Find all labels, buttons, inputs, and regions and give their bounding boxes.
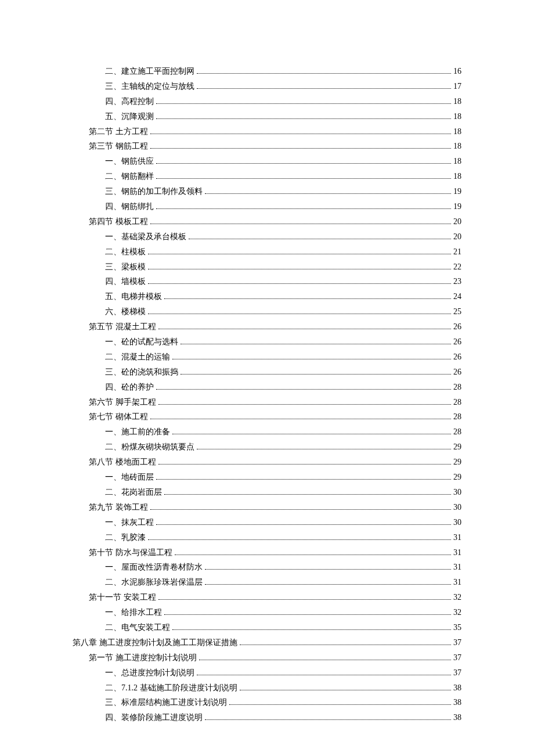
toc-entry: 一、钢筋供应18: [73, 154, 461, 169]
toc-leader-dots: [148, 263, 451, 269]
toc-entry: 三、梁板模22: [73, 260, 461, 275]
toc-label: 三、标准层结构施工进度计划说明: [105, 695, 227, 710]
toc-page-number: 30: [453, 500, 461, 515]
toc-page-number: 22: [453, 260, 461, 275]
toc-entry: 三、砼的浇筑和振捣26: [73, 365, 461, 380]
toc-label: 二、7.1.2 基础施工阶段进度计划说明: [105, 681, 237, 696]
toc-page-number: 31: [453, 545, 461, 560]
toc-entry: 二、花岗岩面层30: [73, 485, 461, 500]
toc-page-number: 35: [453, 620, 461, 635]
toc-leader-dots: [158, 398, 452, 405]
toc-label: 五、电梯井模板: [105, 289, 162, 304]
toc-entry: 二、电气安装工程35: [73, 620, 461, 635]
document-page: 二、建立施工平面控制网16三、主轴线的定位与放线17四、高程控制18五、沉降观测…: [0, 0, 534, 756]
toc-page-number: 31: [453, 560, 461, 575]
toc-page-number: 37: [453, 650, 461, 665]
toc-leader-dots: [181, 368, 451, 375]
toc-page-number: 28: [453, 424, 461, 440]
toc-label: 第八章 施工进度控制计划及施工工期保证措施: [73, 635, 237, 650]
toc-label: 一、施工前的准备: [105, 424, 170, 440]
toc-leader-dots: [156, 98, 451, 104]
toc-entry: 三、标准层结构施工进度计划说明38: [73, 695, 461, 710]
toc-label: 一、砼的试配与选料: [105, 334, 178, 350]
toc-leader-dots: [148, 248, 451, 254]
toc-entry: 第四节 模板工程20: [73, 214, 461, 229]
toc-label: 第十节 防水与保温工程: [89, 545, 172, 560]
toc-entry: 二、粉煤灰砌块砌筑要点29: [73, 440, 461, 455]
toc-page-number: 28: [453, 380, 461, 395]
toc-label: 第六节 脚手架工程: [89, 395, 156, 410]
toc-leader-dots: [240, 639, 452, 645]
toc-page-number: 19: [453, 184, 461, 199]
toc-leader-dots: [197, 669, 451, 675]
toc-page-number: 17: [453, 79, 461, 94]
toc-label: 四、高程控制: [105, 94, 154, 109]
toc-page-number: 26: [453, 350, 461, 365]
toc-entry: 第十节 防水与保温工程31: [73, 545, 461, 560]
toc-label: 四、砼的养护: [105, 380, 154, 395]
toc-leader-dots: [148, 534, 451, 540]
toc-label: 第九节 装饰工程: [89, 500, 148, 515]
toc-entry: 二、7.1.2 基础施工阶段进度计划说明38: [73, 681, 461, 696]
toc-label: 二、粉煤灰砌块砌筑要点: [105, 440, 194, 455]
toc-leader-dots: [150, 503, 452, 510]
toc-page-number: 20: [453, 229, 461, 244]
toc-entry: 第八章 施工进度控制计划及施工工期保证措施37: [73, 635, 461, 650]
toc-label: 第四节 模板工程: [89, 214, 148, 229]
toc-page-number: 18: [453, 124, 461, 139]
toc-label: 四、装修阶段施工进度说明: [105, 710, 203, 725]
toc-label: 四、钢筋绑扎: [105, 199, 154, 214]
toc-page-number: 37: [453, 665, 461, 681]
toc-label: 一、给排水工程: [105, 605, 162, 620]
toc-page-number: 26: [453, 334, 461, 350]
toc-leader-dots: [156, 203, 451, 209]
toc-leader-dots: [156, 519, 451, 525]
toc-label: 一、地砖面层: [105, 470, 154, 485]
toc-leader-dots: [205, 578, 451, 585]
toc-label: 二、混凝土的运输: [105, 350, 170, 365]
toc-label: 二、建立施工平面控制网: [105, 64, 194, 79]
toc-entry: 四、墙模板23: [73, 274, 461, 289]
toc-page-number: 20: [453, 214, 461, 229]
toc-page-number: 18: [453, 109, 461, 124]
toc-leader-dots: [205, 564, 451, 570]
toc-page-number: 18: [453, 139, 461, 154]
toc-entry: 二、柱模板21: [73, 244, 461, 260]
toc-label: 二、花岗岩面层: [105, 485, 162, 500]
toc-entry: 第八节 楼地面工程29: [73, 455, 461, 470]
toc-page-number: 30: [453, 515, 461, 530]
toc-entry: 五、沉降观测18: [73, 109, 461, 124]
toc-entry: 二、钢筋翻样18: [73, 169, 461, 184]
toc-entry: 一、基础梁及承台模板20: [73, 229, 461, 244]
toc-page-number: 29: [453, 455, 461, 470]
toc-page-number: 24: [453, 289, 461, 304]
toc-leader-dots: [156, 473, 451, 480]
toc-page-number: 18: [453, 169, 461, 184]
toc-label: 二、水泥膨胀珍珠岩保温层: [105, 575, 203, 590]
toc-page-number: 21: [453, 244, 461, 260]
toc-label: 一、钢筋供应: [105, 154, 154, 169]
toc-label: 第八节 楼地面工程: [89, 455, 156, 470]
toc-page-number: 19: [453, 199, 461, 214]
toc-entry: 第二节 土方工程18: [73, 124, 461, 139]
toc-label: 四、墙模板: [105, 274, 146, 289]
toc-entry: 四、砼的养护28: [73, 380, 461, 395]
toc-label: 第五节 混凝土工程: [89, 319, 156, 334]
toc-label: 二、电气安装工程: [105, 620, 170, 635]
toc-entry: 一、施工前的准备28: [73, 424, 461, 440]
toc-entry: 一、总进度控制计划说明37: [73, 665, 461, 681]
toc-page-number: 26: [453, 319, 461, 334]
toc-entry: 第五节 混凝土工程26: [73, 319, 461, 334]
toc-entry: 三、钢筋的加工制作及领料19: [73, 184, 461, 199]
toc-entry: 第九节 装饰工程30: [73, 500, 461, 515]
toc-leader-dots: [240, 684, 452, 690]
toc-leader-dots: [148, 278, 451, 285]
toc-page-number: 18: [453, 154, 461, 169]
toc-entry: 二、混凝土的运输26: [73, 350, 461, 365]
toc-entry: 第七节 砌体工程28: [73, 409, 461, 424]
toc-entry: 四、钢筋绑扎19: [73, 199, 461, 214]
toc-entry: 四、高程控制18: [73, 94, 461, 109]
toc-entry: 五、电梯井模板24: [73, 289, 461, 304]
toc-page-number: 38: [453, 710, 461, 725]
toc-page-number: 18: [453, 94, 461, 109]
